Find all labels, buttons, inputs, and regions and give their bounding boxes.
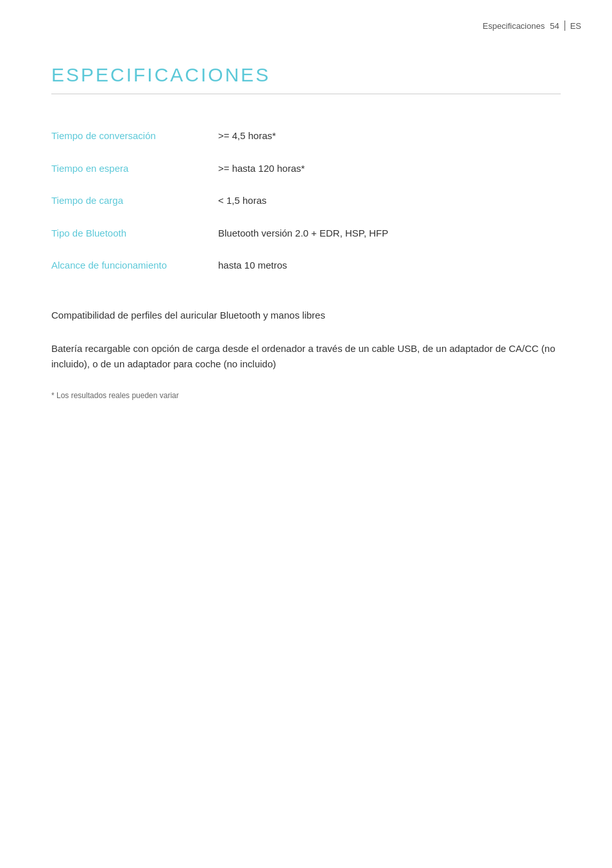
header-divider xyxy=(565,21,565,31)
footnote-text: * Los resultados reales pueden variar xyxy=(51,390,561,401)
language-indicator: ES xyxy=(570,21,581,31)
spec-row: Tiempo en espera>= hasta 120 horas* xyxy=(51,153,561,185)
section-title: ESPECIFICACIONES xyxy=(51,64,561,94)
page-content: ESPECIFICACIONES Tiempo de conversación>… xyxy=(0,0,612,453)
spec-value: >= 4,5 horas* xyxy=(218,120,561,153)
spec-row: Tiempo de conversación>= 4,5 horas* xyxy=(51,120,561,153)
note-paragraph: Compatibilidad de perfiles del auricular… xyxy=(51,308,561,323)
page-number: 54 xyxy=(550,21,559,31)
section-name: Especificaciones xyxy=(482,21,545,31)
spec-label: Tiempo de conversación xyxy=(51,120,218,153)
note-paragraph: Batería recargable con opción de carga d… xyxy=(51,341,561,372)
spec-row: Tipo de BluetoothBluetooth versión 2.0 +… xyxy=(51,217,561,250)
spec-label: Alcance de funcionamiento xyxy=(51,249,218,282)
spec-label: Tiempo de carga xyxy=(51,185,218,217)
spec-label: Tiempo en espera xyxy=(51,153,218,185)
spec-row: Alcance de funcionamientohasta 10 metros xyxy=(51,249,561,282)
spec-value: >= hasta 120 horas* xyxy=(218,153,561,185)
spec-value: hasta 10 metros xyxy=(218,249,561,282)
specs-table: Tiempo de conversación>= 4,5 horas*Tiemp… xyxy=(51,120,561,282)
spec-value: Bluetooth versión 2.0 + EDR, HSP, HFP xyxy=(218,217,561,250)
spec-label: Tipo de Bluetooth xyxy=(51,217,218,250)
spec-row: Tiempo de carga< 1,5 horas xyxy=(51,185,561,217)
page-header: Especificaciones 54 ES xyxy=(482,21,581,31)
notes-section: Compatibilidad de perfiles del auricular… xyxy=(51,308,561,401)
spec-value: < 1,5 horas xyxy=(218,185,561,217)
